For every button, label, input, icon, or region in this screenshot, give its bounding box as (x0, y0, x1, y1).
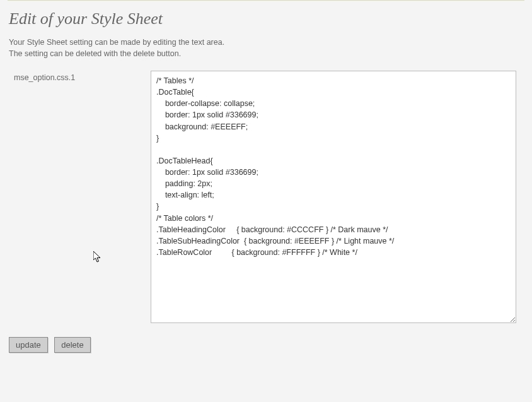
action-buttons: update delete (9, 337, 523, 353)
stylesheet-field-row: mse_option.css.1 (9, 71, 523, 326)
update-button[interactable]: update (9, 337, 48, 353)
intro-text: Your Style Sheet setting can be made by … (9, 37, 523, 59)
stylesheet-textarea[interactable] (151, 71, 516, 323)
top-divider (8, 0, 524, 1)
intro-line-1: Your Style Sheet setting can be made by … (9, 38, 224, 47)
intro-line-2: The setting can be deleted with the dele… (9, 49, 181, 58)
stylesheet-filename-label: mse_option.css.1 (9, 71, 151, 82)
delete-button[interactable]: delete (54, 337, 90, 353)
page-title: Edit of your Style Sheet (9, 9, 523, 28)
stylesheet-input-wrapper (151, 71, 523, 326)
